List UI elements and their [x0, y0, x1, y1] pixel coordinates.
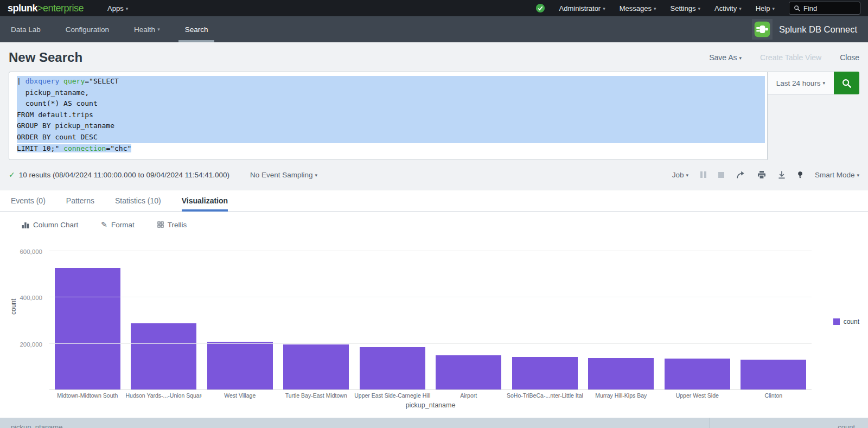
bar-slot: [659, 251, 736, 389]
bar-3[interactable]: [207, 342, 273, 389]
legend-label: count: [844, 318, 859, 325]
nav-configuration-label: Configuration: [66, 25, 109, 34]
db-connect-plug-icon: [752, 19, 773, 40]
bar-9[interactable]: [665, 359, 730, 389]
category-label: Turtle Bay-East Midtown: [278, 392, 355, 399]
tab-visualization[interactable]: Visualization: [182, 190, 228, 211]
nav-health[interactable]: Health▾: [134, 16, 160, 42]
chevron-down-icon: ▾: [772, 6, 775, 11]
category-label: West Village: [202, 392, 278, 399]
page-title: New Search: [9, 50, 82, 65]
menu-help-label: Help: [756, 4, 770, 12]
column-chart: count 200,000400,000600,000 Midtown-Midt…: [9, 238, 859, 409]
status-check-icon[interactable]: [535, 3, 545, 13]
bar-slot: [583, 251, 660, 389]
search-mode-label: Smart Mode: [815, 171, 855, 179]
brand-name: splunk: [8, 3, 37, 14]
nav-configuration[interactable]: Configuration: [66, 16, 109, 42]
bar-7[interactable]: [512, 357, 578, 389]
print-icon[interactable]: [757, 171, 766, 179]
search-bar: | dbxquery query="SELECT pickup_ntaname,…: [9, 72, 859, 160]
column-header-pickup-ntaname[interactable]: pickup_ntaname: [0, 423, 709, 428]
job-controls: Job▾ Smart Mode▾: [672, 171, 859, 179]
x-axis-title: pickup_ntaname: [49, 401, 812, 409]
nav-data-lab-label: Data Lab: [11, 25, 41, 34]
create-table-view-button: Create Table View: [760, 53, 821, 62]
chart-type-label: Column Chart: [33, 221, 78, 229]
job-menu-label: Job: [672, 171, 684, 179]
bar-10[interactable]: [741, 360, 806, 389]
share-icon[interactable]: [736, 171, 745, 179]
download-icon[interactable]: [778, 171, 786, 179]
top-system-bar: splunk>enterprise Apps▾ Administrator▾ M…: [0, 0, 868, 16]
find-input[interactable]: [803, 4, 852, 12]
tab-statistics[interactable]: Statistics (10): [115, 190, 161, 211]
trellis-button[interactable]: Trellis: [157, 221, 187, 229]
menu-activity-label: Activity: [714, 4, 737, 12]
nav-search[interactable]: Search: [185, 16, 208, 42]
job-menu[interactable]: Job▾: [672, 171, 688, 179]
run-search-button[interactable]: [834, 72, 859, 94]
category-label: Clinton: [736, 392, 812, 399]
chevron-down-icon: ▾: [698, 6, 700, 11]
bar-slot: [49, 251, 126, 389]
query-line: count(*) AS count: [17, 98, 765, 110]
query-line: GROUP BY pickup_ntaname: [17, 120, 765, 132]
save-as-label: Save As: [709, 53, 737, 62]
bar-6[interactable]: [436, 355, 501, 389]
time-range-picker[interactable]: Last 24 hours▾: [767, 72, 834, 94]
gridline: [49, 251, 812, 251]
y-axis: 200,000400,000600,000: [9, 251, 44, 390]
bar-8[interactable]: [588, 358, 654, 389]
find-search-box[interactable]: [789, 2, 860, 15]
bar-4[interactable]: [283, 344, 349, 389]
close-button[interactable]: Close: [840, 53, 859, 62]
bars-row: [49, 251, 812, 389]
column-header-count[interactable]: count: [709, 418, 868, 428]
pause-icon[interactable]: [700, 171, 706, 178]
tab-patterns[interactable]: Patterns: [66, 190, 94, 211]
chevron-down-icon: ▾: [157, 27, 160, 32]
menu-administrator[interactable]: Administrator▾: [559, 4, 605, 12]
topbar-menus: Administrator▾ Messages▾ Settings▾ Activ…: [535, 2, 860, 15]
splunk-logo[interactable]: splunk>enterprise: [8, 3, 84, 14]
chart-type-picker[interactable]: Column Chart: [22, 221, 78, 229]
save-as-button[interactable]: Save As▾: [709, 53, 742, 62]
search-section: New Search Save As▾ Create Table View Cl…: [0, 42, 868, 190]
chevron-down-icon: ▾: [686, 173, 688, 178]
menu-messages[interactable]: Messages▾: [620, 4, 656, 12]
chart-legend[interactable]: count: [833, 318, 859, 325]
format-label: Format: [111, 221, 135, 229]
stop-icon[interactable]: [718, 172, 724, 178]
chevron-down-icon: ▾: [315, 173, 318, 178]
category-label: Airport: [431, 392, 507, 399]
bar-5[interactable]: [360, 347, 425, 389]
brand-separator: >: [37, 3, 43, 14]
apps-menu-label: Apps: [107, 4, 124, 12]
visualization-toolbar: Column Chart ✎ Format Trellis: [0, 212, 868, 229]
tab-events-label: Events (0): [11, 196, 46, 205]
tab-events[interactable]: Events (0): [11, 190, 46, 211]
category-label: Midtown-Midtown South: [49, 392, 126, 399]
trellis-label: Trellis: [168, 221, 187, 229]
menu-settings[interactable]: Settings▾: [671, 4, 701, 12]
format-button[interactable]: ✎ Format: [101, 220, 135, 229]
search-query-input[interactable]: | dbxquery query="SELECT pickup_ntaname,…: [9, 72, 768, 160]
menu-activity[interactable]: Activity▾: [714, 4, 742, 12]
chevron-down-icon: ▾: [654, 6, 656, 11]
chevron-down-icon: ▾: [822, 80, 825, 86]
menu-help[interactable]: Help▾: [756, 4, 775, 12]
search-mode-menu[interactable]: Smart Mode▾: [815, 171, 859, 179]
event-sampling-menu[interactable]: No Event Sampling▾: [250, 171, 317, 179]
menu-messages-label: Messages: [620, 4, 652, 12]
legend-swatch: [833, 318, 840, 325]
bar-slot: [736, 251, 812, 389]
chevron-down-icon: ▾: [739, 6, 742, 11]
bar-1[interactable]: [55, 268, 120, 389]
search-icon: [794, 5, 800, 11]
query-line: FROM default.trips: [17, 110, 765, 121]
apps-menu[interactable]: Apps▾: [107, 4, 128, 12]
bar-2[interactable]: [131, 323, 196, 389]
nav-data-lab[interactable]: Data Lab: [11, 16, 41, 42]
gridline: [49, 343, 812, 344]
